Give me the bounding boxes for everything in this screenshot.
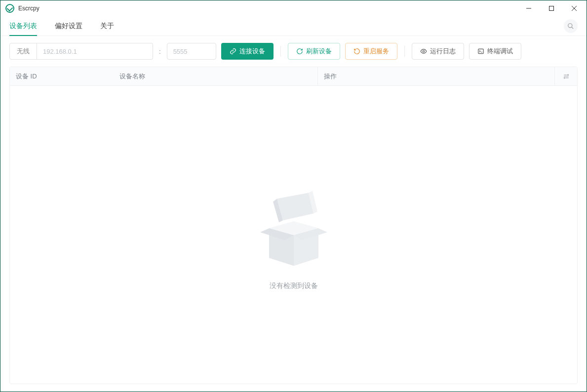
minimize-icon <box>526 6 531 11</box>
button-label: 重启服务 <box>363 47 389 56</box>
empty-box-icon <box>254 179 333 273</box>
titlebar: Escrcpy <box>0 0 587 16</box>
svg-point-1 <box>568 23 572 27</box>
maximize-icon <box>549 6 554 11</box>
svg-marker-6 <box>277 193 313 220</box>
tab-label: 关于 <box>100 22 114 31</box>
device-table-panel: 设备 ID 设备名称 操作 <box>9 67 578 384</box>
button-label: 连接设备 <box>239 47 265 56</box>
svg-point-2 <box>423 50 425 52</box>
link-icon <box>230 48 236 55</box>
button-label: 刷新设备 <box>306 47 332 56</box>
close-icon <box>572 6 577 11</box>
divider <box>404 46 405 57</box>
window-maximize-button[interactable] <box>540 0 563 16</box>
button-label: 终端调试 <box>487 47 513 56</box>
run-logs-button[interactable]: 运行日志 <box>412 43 464 60</box>
refresh-devices-button[interactable]: 刷新设备 <box>288 43 340 60</box>
table-header-name: 设备名称 <box>114 72 317 81</box>
window-close-button[interactable] <box>563 0 586 16</box>
tab-label: 偏好设置 <box>55 22 82 31</box>
table-header: 设备 ID 设备名称 操作 <box>10 67 577 86</box>
search-icon <box>567 23 574 30</box>
connect-device-button[interactable]: 连接设备 <box>221 43 274 60</box>
restart-icon <box>353 48 360 55</box>
ip-address-input[interactable] <box>37 43 153 60</box>
tab-about[interactable]: 关于 <box>100 16 114 36</box>
divider <box>280 46 281 57</box>
refresh-icon <box>296 48 303 55</box>
eye-icon <box>420 48 427 55</box>
svg-rect-3 <box>478 49 483 53</box>
ip-port-separator: : <box>158 48 162 55</box>
table-header-id: 设备 ID <box>10 72 114 81</box>
tab-preferences[interactable]: 偏好设置 <box>55 16 82 36</box>
app-title: Escrcpy <box>18 5 39 12</box>
svg-point-4 <box>567 74 568 75</box>
toolbar: 无线 : 连接设备 刷新设备 重启服务 运行日志 终端调试 <box>0 36 587 67</box>
table-empty-state: 没有检测到设备 <box>10 86 577 384</box>
terminal-debug-button[interactable]: 终端调试 <box>469 43 521 60</box>
svg-rect-0 <box>549 6 554 10</box>
options-icon <box>563 73 570 80</box>
tab-label: 设备列表 <box>9 22 37 31</box>
tabs: 设备列表 偏好设置 关于 <box>0 16 587 36</box>
button-label: 运行日志 <box>430 47 456 56</box>
terminal-icon <box>477 48 484 55</box>
table-column-options-button[interactable] <box>554 67 577 85</box>
table-header-op: 操作 <box>317 67 554 85</box>
empty-state-text: 没有检测到设备 <box>270 282 318 290</box>
tab-device-list[interactable]: 设备列表 <box>9 16 37 36</box>
connection-mode-label[interactable]: 无线 <box>9 43 37 60</box>
restart-service-button[interactable]: 重启服务 <box>345 43 397 60</box>
window-minimize-button[interactable] <box>517 0 540 16</box>
port-input[interactable] <box>167 43 216 60</box>
search-button[interactable] <box>564 19 578 33</box>
app-logo-icon <box>5 4 14 13</box>
svg-point-5 <box>564 77 565 78</box>
